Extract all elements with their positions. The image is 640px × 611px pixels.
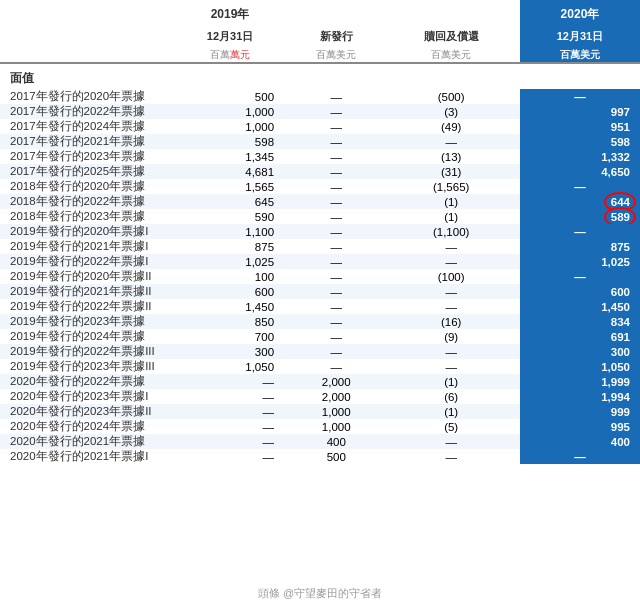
value-2020: 997 bbox=[520, 104, 640, 119]
value-repay: (1) bbox=[382, 194, 520, 209]
value-2019: 300 bbox=[170, 344, 290, 359]
value-repay: (1,565) bbox=[382, 179, 520, 194]
value-2020: 1,332 bbox=[520, 149, 640, 164]
value-repay: (5) bbox=[382, 419, 520, 434]
value-new: — bbox=[290, 269, 382, 284]
value-2020: — bbox=[520, 179, 640, 194]
table-row: 2019年發行的2022年票據I1,025——1,025 bbox=[0, 254, 640, 269]
value-2019: 700 bbox=[170, 329, 290, 344]
row-label: 2019年發行的2022年票據II bbox=[0, 299, 170, 314]
value-repay: (16) bbox=[382, 314, 520, 329]
value-new: — bbox=[290, 299, 382, 314]
value-new: — bbox=[290, 179, 382, 194]
repay-col-header bbox=[382, 0, 520, 25]
value-repay: (6) bbox=[382, 389, 520, 404]
header-date-row: 12月31日 新發行 贖回及償還 12月31日 bbox=[0, 25, 640, 48]
table-row: 2020年發行的2023年票據II—1,000(1)999 bbox=[0, 404, 640, 419]
value-2019: — bbox=[170, 434, 290, 449]
table-container: 2019年 2020年 12月31日 新發行 贖回及償還 12月31日 百萬萬元… bbox=[0, 0, 640, 464]
col-repay-label: 贖回及償還 bbox=[382, 25, 520, 48]
unit2019: 百萬萬元 bbox=[170, 48, 290, 63]
value-2020: 600 bbox=[520, 284, 640, 299]
value-new: 400 bbox=[290, 434, 382, 449]
date2019: 12月31日 bbox=[170, 25, 290, 48]
value-2019: 1,000 bbox=[170, 119, 290, 134]
row-label: 2019年發行的2022年票據I bbox=[0, 254, 170, 269]
value-2019: 850 bbox=[170, 314, 290, 329]
empty-unit bbox=[0, 48, 170, 63]
value-repay: (1) bbox=[382, 209, 520, 224]
main-table: 2019年 2020年 12月31日 新發行 贖回及償還 12月31日 百萬萬元… bbox=[0, 0, 640, 464]
value-repay: (500) bbox=[382, 89, 520, 104]
value-2020: 834 bbox=[520, 314, 640, 329]
value-2019: 4,681 bbox=[170, 164, 290, 179]
value-new: — bbox=[290, 209, 382, 224]
value-repay: — bbox=[382, 449, 520, 464]
value-2020: 4,650 bbox=[520, 164, 640, 179]
value-repay: — bbox=[382, 359, 520, 374]
value-2019: 1,000 bbox=[170, 104, 290, 119]
table-row: 2019年發行的2021年票據I875——875 bbox=[0, 239, 640, 254]
table-row: 2018年發行的2023年票據590—(1)589 bbox=[0, 209, 640, 224]
row-label: 2020年發行的2022年票據 bbox=[0, 374, 170, 389]
value-2019: 600 bbox=[170, 284, 290, 299]
watermark: 頭條 @守望麥田的守省者 bbox=[258, 586, 382, 601]
table-row: 2020年發行的2024年票據—1,000(5)995 bbox=[0, 419, 640, 434]
value-new: — bbox=[290, 164, 382, 179]
row-label: 2017年發行的2022年票據 bbox=[0, 104, 170, 119]
row-label: 2020年發行的2021年票據I bbox=[0, 449, 170, 464]
unit-new: 百萬美元 bbox=[290, 48, 382, 63]
value-2020: 999 bbox=[520, 404, 640, 419]
value-2020: 1,025 bbox=[520, 254, 640, 269]
table-row: 2017年發行的2020年票據500—(500)— bbox=[0, 89, 640, 104]
value-2020: 951 bbox=[520, 119, 640, 134]
value-2020: — bbox=[520, 89, 640, 104]
new-col-header bbox=[290, 0, 382, 25]
value-2020: 1,999 bbox=[520, 374, 640, 389]
value-2019: 1,565 bbox=[170, 179, 290, 194]
value-2020: — bbox=[520, 269, 640, 284]
value-new: 500 bbox=[290, 449, 382, 464]
table-row: 2017年發行的2023年票據1,345—(13)1,332 bbox=[0, 149, 640, 164]
table-row: 2020年發行的2021年票據—400—400 bbox=[0, 434, 640, 449]
value-new: — bbox=[290, 104, 382, 119]
value-2019: 1,345 bbox=[170, 149, 290, 164]
value-new: — bbox=[290, 344, 382, 359]
row-label: 2020年發行的2024年票據 bbox=[0, 419, 170, 434]
value-new: — bbox=[290, 149, 382, 164]
value-repay: — bbox=[382, 239, 520, 254]
year2019-header: 2019年 bbox=[170, 0, 290, 25]
value-2019: 1,450 bbox=[170, 299, 290, 314]
value-2020: 1,050 bbox=[520, 359, 640, 374]
table-row: 2019年發行的2023年票據III1,050——1,050 bbox=[0, 359, 640, 374]
value-repay: — bbox=[382, 284, 520, 299]
value-2020: 995 bbox=[520, 419, 640, 434]
value-new: — bbox=[290, 134, 382, 149]
value-repay: — bbox=[382, 434, 520, 449]
row-label: 2020年發行的2023年票據II bbox=[0, 404, 170, 419]
value-2020: 1,450 bbox=[520, 299, 640, 314]
value-repay: — bbox=[382, 134, 520, 149]
value-repay: — bbox=[382, 254, 520, 269]
table-row: 2019年發行的2022年票據II1,450——1,450 bbox=[0, 299, 640, 314]
value-2020: 644 bbox=[520, 194, 640, 209]
value-2019: 1,025 bbox=[170, 254, 290, 269]
value-repay: — bbox=[382, 299, 520, 314]
value-new: — bbox=[290, 194, 382, 209]
row-label: 2018年發行的2022年票據 bbox=[0, 194, 170, 209]
table-row: 2019年發行的2020年票據I1,100—(1,100)— bbox=[0, 224, 640, 239]
value-repay: — bbox=[382, 344, 520, 359]
value-new: — bbox=[290, 89, 382, 104]
empty-header bbox=[0, 0, 170, 25]
mian-zhi-section: 面值 bbox=[0, 64, 640, 89]
value-2019: — bbox=[170, 389, 290, 404]
empty-date bbox=[0, 25, 170, 48]
row-label: 2019年發行的2020年票據II bbox=[0, 269, 170, 284]
header-unit-row: 百萬萬元 百萬美元 百萬美元 百萬美元 bbox=[0, 48, 640, 63]
unit2019-main: 百萬 bbox=[210, 49, 230, 60]
value-2020: 300 bbox=[520, 344, 640, 359]
value-2019: 875 bbox=[170, 239, 290, 254]
value-2019: 645 bbox=[170, 194, 290, 209]
value-2020: 875 bbox=[520, 239, 640, 254]
row-label: 2020年發行的2021年票據 bbox=[0, 434, 170, 449]
